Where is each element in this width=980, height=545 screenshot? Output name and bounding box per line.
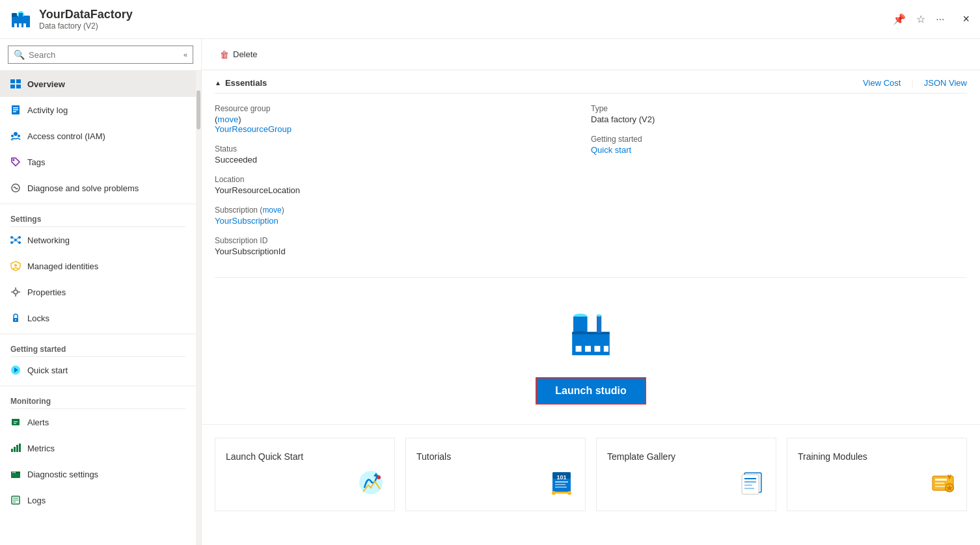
launch-studio-button[interactable]: Launch studio <box>536 377 646 405</box>
overview-icon <box>10 79 21 89</box>
location-label: Location <box>215 175 591 184</box>
search-icon: 🔍 <box>14 49 25 60</box>
template-gallery-card[interactable]: Template Gallery <box>596 438 776 511</box>
svg-rect-42 <box>19 444 21 452</box>
sidebar-item-activity-log[interactable]: Activity log <box>0 97 196 123</box>
json-view-button[interactable]: JSON View <box>924 78 967 88</box>
sidebar-item-metrics[interactable]: Metrics <box>0 435 196 461</box>
essentials-links: View Cost | JSON View <box>863 78 967 88</box>
essentials-title: ▲ Essentials <box>215 78 267 88</box>
settings-section-label: Settings <box>0 204 196 226</box>
status-label: Status <box>215 144 591 153</box>
sidebar-search: 🔍 « <box>0 39 201 71</box>
svg-rect-59 <box>572 332 610 334</box>
svg-rect-82 <box>744 481 756 483</box>
resource-group-value: (move)YourResourceGroup <box>215 114 591 134</box>
pin-filled-button[interactable]: 📌 <box>890 10 908 28</box>
resource-name: YourDataFactory <box>39 8 890 21</box>
sidebar-nav: Overview Activity log Access <box>0 71 201 545</box>
quick-start-link[interactable]: Quick start <box>591 145 631 155</box>
access-control-icon <box>10 131 21 141</box>
sidebar-item-networking[interactable]: Networking <box>0 227 196 253</box>
toolbar: 🗑 Delete <box>202 39 980 70</box>
getting-started-label: Getting started <box>591 135 967 144</box>
subscription-label: Subscription (move) <box>215 206 591 215</box>
sidebar-item-tags[interactable]: Tags <box>0 149 196 175</box>
svg-point-17 <box>18 135 20 137</box>
collapse-sidebar-button[interactable]: « <box>184 51 187 59</box>
resource-subtitle: Data factory (V2) <box>39 21 890 31</box>
svg-rect-1 <box>12 13 17 17</box>
svg-point-24 <box>18 241 21 244</box>
svg-rect-6 <box>19 13 23 20</box>
resource-group-link[interactable]: YourResourceGroup <box>215 124 292 134</box>
status-item: Status Succeeded <box>215 144 591 165</box>
sidebar-item-locks[interactable]: Locks <box>0 305 196 331</box>
getting-started-value: Quick start <box>591 145 967 155</box>
svg-point-21 <box>10 236 13 239</box>
sidebar-item-access-control[interactable]: Access control (IAM) <box>0 123 196 149</box>
svg-rect-40 <box>14 447 16 452</box>
sidebar-item-label: Quick start <box>27 366 68 375</box>
subscription-move-link[interactable]: move <box>262 206 281 215</box>
delete-button[interactable]: 🗑 Delete <box>215 47 263 62</box>
svg-rect-68 <box>555 481 568 483</box>
svg-rect-89 <box>935 486 946 487</box>
sidebar-item-label: Alerts <box>27 418 49 427</box>
essentials-left-col: Resource group (move)YourResourceGroup S… <box>215 104 591 267</box>
svg-point-61 <box>597 314 601 317</box>
training-modules-title: Training Modules <box>798 451 867 462</box>
svg-rect-14 <box>13 111 16 113</box>
favorite-button[interactable]: ☆ <box>914 10 928 28</box>
subscription-id-label: Subscription ID <box>215 236 591 245</box>
svg-point-16 <box>11 135 14 137</box>
svg-rect-13 <box>13 109 18 111</box>
move-link[interactable]: move <box>217 114 238 124</box>
managed-identities-icon <box>10 261 21 271</box>
sidebar-item-managed-identities[interactable]: Managed identities <box>0 253 196 279</box>
subscription-id-item: Subscription ID YourSubscriptionId <box>215 236 591 256</box>
svg-point-15 <box>14 132 18 136</box>
sidebar-item-overview[interactable]: Overview <box>0 71 196 97</box>
launch-quick-start-card[interactable]: Launch Quick Start <box>215 438 395 511</box>
sidebar-item-label: Diagnostic settings <box>27 470 98 479</box>
tutorials-card[interactable]: Tutorials 101 <box>405 438 586 511</box>
essentials-title-text: Essentials <box>225 78 267 88</box>
sidebar-item-alerts[interactable]: Alerts <box>0 409 196 435</box>
template-gallery-title: Template Gallery <box>607 451 675 462</box>
training-modules-icon <box>930 470 956 498</box>
sidebar-item-diagnostic-settings[interactable]: Diagnostic settings <box>0 461 196 487</box>
search-input[interactable] <box>29 50 184 60</box>
subscription-value: YourSubscription <box>215 216 591 226</box>
subscription-id-value: YourSubscriptionId <box>215 246 591 256</box>
svg-rect-88 <box>935 483 944 484</box>
more-actions-button[interactable]: ··· <box>933 11 947 28</box>
search-box: 🔍 « <box>8 46 193 64</box>
svg-rect-4 <box>23 23 26 27</box>
sidebar-item-logs[interactable]: Logs <box>0 487 196 513</box>
svg-point-25 <box>14 264 17 267</box>
diagnostic-settings-icon <box>10 469 21 479</box>
sidebar-item-properties[interactable]: Properties <box>0 279 196 305</box>
svg-rect-8 <box>16 79 21 83</box>
training-modules-card[interactable]: Training Modules <box>787 438 967 511</box>
essentials-section: ▲ Essentials View Cost | JSON View Resou… <box>202 70 980 278</box>
sidebar-item-label: Metrics <box>27 444 55 453</box>
svg-point-72 <box>552 491 556 495</box>
svg-rect-7 <box>10 79 15 83</box>
svg-rect-55 <box>576 346 582 352</box>
svg-rect-10 <box>16 85 21 88</box>
svg-rect-39 <box>11 449 13 452</box>
scrollbar-thumb <box>197 90 200 129</box>
sidebar-item-quick-start[interactable]: Quick start <box>0 357 196 383</box>
type-item: Type Data factory (V2) <box>591 104 967 124</box>
svg-text:101: 101 <box>556 474 566 481</box>
sidebar-item-label: Activity log <box>27 105 68 115</box>
close-button[interactable]: × <box>962 12 970 26</box>
subscription-link[interactable]: YourSubscription <box>215 216 279 226</box>
svg-rect-60 <box>597 315 601 333</box>
sidebar-item-label: Overview <box>27 79 65 89</box>
sidebar-item-diagnose[interactable]: Diagnose and solve problems <box>0 175 196 201</box>
getting-started-section-label: Getting started <box>0 334 196 356</box>
view-cost-button[interactable]: View Cost <box>863 78 901 88</box>
